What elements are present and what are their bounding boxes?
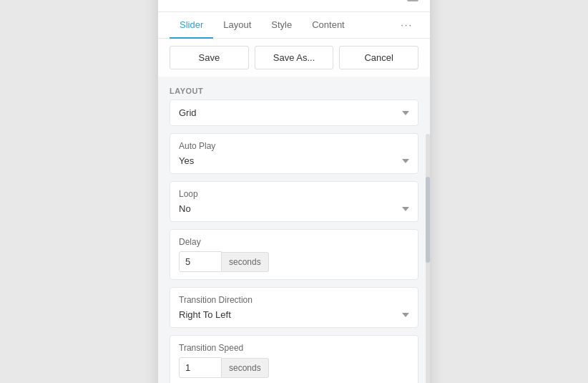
layout-field[interactable]: Grid [170,100,418,126]
autoplay-field[interactable]: Auto Play Yes [170,133,418,174]
tabs-bar: Slider Layout Style Content ··· [158,12,430,39]
autoplay-value: Yes [179,155,194,166]
transition-direction-label: Transition Direction [179,295,409,305]
panel-header: Posts Carousel [158,0,430,12]
tab-style[interactable]: Style [261,12,302,39]
speed-input-row: seconds [179,357,409,378]
delay-unit: seconds [222,252,269,272]
content-area: Layout Grid Auto Play Yes Loop [158,77,430,383]
save-as-button[interactable]: Save As... [255,46,334,69]
layout-value: Grid [179,107,197,118]
delay-field: Delay seconds [170,229,418,280]
layout-section-label: Layout [170,77,418,100]
loop-field[interactable]: Loop No [170,181,418,222]
save-button[interactable]: Save [170,46,249,69]
tab-more[interactable]: ··· [395,12,418,38]
maximize-icon[interactable] [407,0,418,1]
autoplay-chevron-icon [402,159,409,163]
autoplay-label: Auto Play [179,141,409,151]
loop-select-row: No [179,203,409,214]
panel-body: Layout Grid Auto Play Yes Loop [158,77,430,383]
transition-direction-select-row: Right To Left [179,309,409,320]
scrollbar-thumb[interactable] [426,177,430,263]
transition-direction-value: Right To Left [179,309,231,320]
loop-label: Loop [179,189,409,199]
transition-speed-label: Transition Speed [179,343,409,353]
loop-chevron-icon [402,207,409,211]
transition-direction-chevron-icon [402,313,409,317]
delay-row: seconds [179,251,409,272]
tab-layout[interactable]: Layout [213,12,261,39]
layout-select-row: Grid [179,107,409,118]
transition-speed-unit: seconds [222,358,269,378]
scrollbar[interactable] [426,134,430,383]
panel: Posts Carousel Slider Layout Style Conte… [158,0,430,383]
delay-input[interactable] [179,251,222,272]
delay-label: Delay [179,237,409,247]
tab-content[interactable]: Content [302,12,355,39]
toolbar: Save Save As... Cancel [158,39,430,77]
transition-direction-field[interactable]: Transition Direction Right To Left [170,287,418,328]
transition-speed-input[interactable] [179,357,222,378]
autoplay-select-row: Yes [179,155,409,166]
tab-slider[interactable]: Slider [170,12,213,39]
panel-title: Posts Carousel [170,0,252,11]
loop-value: No [179,203,191,214]
cancel-button[interactable]: Cancel [339,46,418,69]
layout-chevron-icon [402,111,409,115]
transition-speed-field: Transition Speed seconds [170,335,418,383]
